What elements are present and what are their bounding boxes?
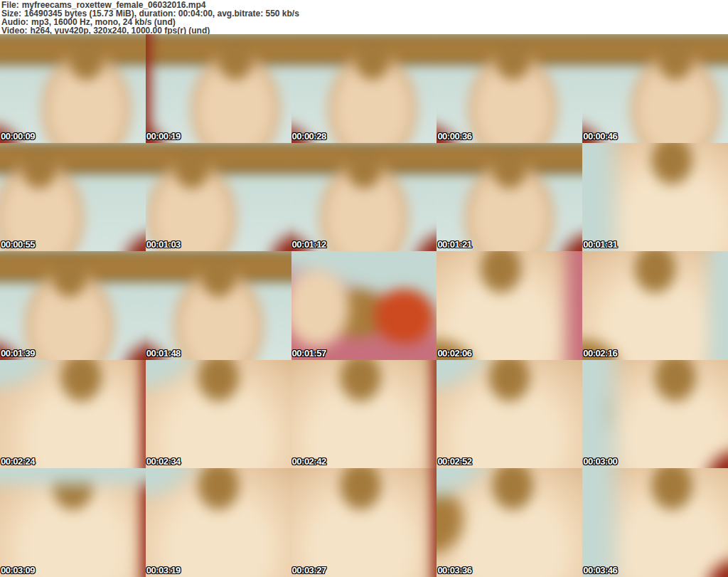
frame-placeholder-art [146,143,291,252]
frame-placeholder-art [582,468,728,577]
metadata-header: File:myfreecams_roxettew_female_06032016… [0,0,728,34]
video-frame-thumbnail: 00:00:55 [0,143,146,252]
frame-timestamp: 00:01:21 [437,239,471,250]
video-frame-thumbnail: 00:01:12 [291,143,437,252]
video-frame-thumbnail: 00:03:46 [582,468,728,577]
frame-timestamp: 00:00:28 [292,131,326,142]
frame-timestamp: 00:03:19 [146,565,181,576]
frame-timestamp: 00:03:00 [583,456,617,467]
video-frame-thumbnail: 00:00:09 [0,34,146,143]
video-frame-thumbnail: 00:01:03 [146,143,291,252]
thumbnail-grid: 00:00:09 00:00:19 00:00:28 00:00:36 00:0… [0,34,728,577]
frame-timestamp: 00:00:09 [1,131,35,142]
frame-placeholder-art [291,468,437,577]
video-frame-thumbnail: 00:02:52 [437,360,582,469]
frame-timestamp: 00:02:16 [583,348,617,359]
frame-timestamp: 00:01:57 [292,348,326,359]
frame-timestamp: 00:01:39 [1,348,35,359]
video-frame-thumbnail: 00:02:34 [146,360,291,469]
frame-placeholder-art [291,34,437,143]
frame-placeholder-art [582,251,728,360]
video-frame-thumbnail: 00:03:09 [0,468,146,577]
video-frame-thumbnail: 00:01:39 [0,251,146,360]
frame-placeholder-art [582,360,728,469]
frame-timestamp: 00:03:09 [1,565,35,576]
frame-timestamp: 00:00:19 [146,131,181,142]
frame-placeholder-art [0,251,146,360]
video-frame-thumbnail: 00:03:00 [582,360,728,469]
video-frame-thumbnail: 00:03:36 [437,468,582,577]
frame-timestamp: 00:00:36 [437,131,471,142]
frame-placeholder-art [437,251,582,360]
frame-placeholder-art [437,143,582,252]
frame-timestamp: 00:03:46 [583,565,617,576]
video-frame-thumbnail: 00:03:27 [291,468,437,577]
video-frame-thumbnail: 00:00:36 [437,34,582,143]
contact-sheet: File:myfreecams_roxettew_female_06032016… [0,0,728,577]
frame-timestamp: 00:03:27 [292,565,326,576]
frame-placeholder-art [291,360,437,469]
frame-placeholder-art [146,251,291,360]
frame-timestamp: 00:00:55 [1,239,35,250]
frame-placeholder-art [437,468,582,577]
frame-timestamp: 00:02:52 [437,456,471,467]
frame-placeholder-art [291,251,437,360]
frame-placeholder-art [146,34,291,143]
frame-placeholder-art [0,34,146,143]
frame-timestamp: 00:02:06 [437,348,471,359]
frame-timestamp: 00:01:31 [583,239,617,250]
frame-placeholder-art [437,34,582,143]
video-frame-thumbnail: 00:03:19 [146,468,291,577]
frame-placeholder-art [291,143,437,252]
video-frame-thumbnail: 00:00:46 [582,34,728,143]
video-frame-thumbnail: 00:02:24 [0,360,146,469]
video-frame-thumbnail: 00:00:28 [291,34,437,143]
frame-placeholder-art [0,360,146,469]
frame-placeholder-art [146,468,291,577]
frame-timestamp: 00:03:36 [437,565,471,576]
video-frame-thumbnail: 00:00:19 [146,34,291,143]
frame-placeholder-art [582,34,728,143]
frame-timestamp: 00:02:34 [146,456,181,467]
frame-placeholder-art [0,143,146,252]
video-frame-thumbnail: 00:02:16 [582,251,728,360]
frame-placeholder-art [582,143,728,252]
frame-placeholder-art [146,360,291,469]
video-frame-thumbnail: 00:01:31 [582,143,728,252]
frame-placeholder-art [0,468,146,577]
video-frame-thumbnail: 00:02:42 [291,360,437,469]
video-frame-thumbnail: 00:02:06 [437,251,582,360]
frame-timestamp: 00:02:42 [292,456,326,467]
video-frame-thumbnail: 00:01:48 [146,251,291,360]
frame-placeholder-art [437,360,582,469]
frame-timestamp: 00:01:48 [146,348,181,359]
frame-timestamp: 00:01:12 [292,239,326,250]
frame-timestamp: 00:00:46 [583,131,617,142]
frame-timestamp: 00:02:24 [1,456,35,467]
video-frame-thumbnail: 00:01:57 [291,251,437,360]
video-frame-thumbnail: 00:01:21 [437,143,582,252]
frame-timestamp: 00:01:03 [146,239,181,250]
